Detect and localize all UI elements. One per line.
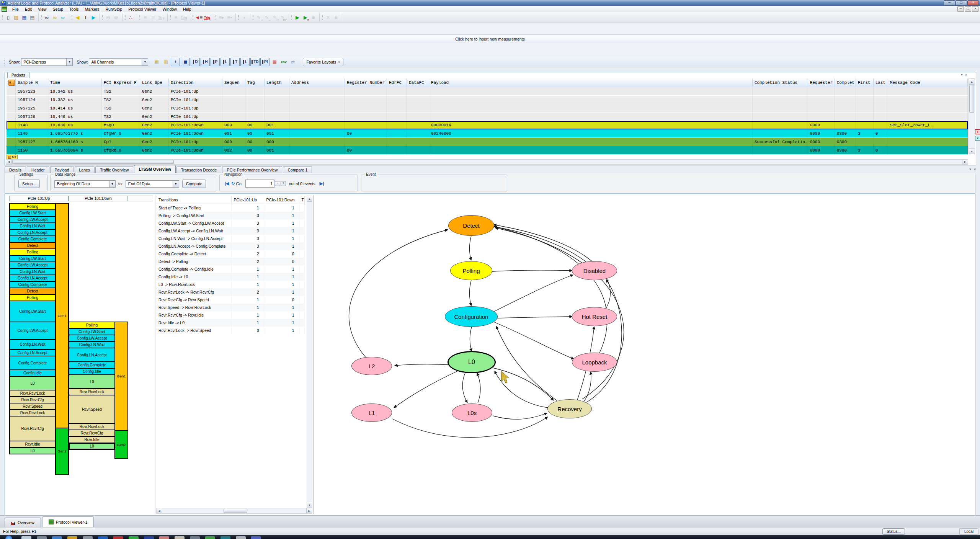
- column-header-time[interactable]: Time: [48, 78, 102, 87]
- taskbar-item[interactable]: [175, 536, 185, 539]
- scroll-thumb[interactable]: [224, 509, 247, 513]
- state-node-l2[interactable]: L2: [351, 357, 392, 375]
- event-number-input[interactable]: [245, 180, 274, 188]
- run-repetitive-icon[interactable]: ▶⟳: [302, 14, 309, 21]
- ltssm-state-cell[interactable]: Config.Complete: [9, 356, 56, 370]
- ltssm-state-cell[interactable]: Config.LW.Start: [9, 301, 56, 322]
- performance-view-icon[interactable]: Pf: [260, 58, 270, 66]
- column-header-pci-express-p[interactable]: PCI-Express P: [102, 78, 140, 87]
- menu-help[interactable]: Help: [180, 7, 194, 12]
- state-node-hotreset[interactable]: Hot Reset: [572, 307, 617, 326]
- tab-ltssm-overview[interactable]: LTSSM Overview: [134, 165, 175, 173]
- transition-row[interactable]: Rcvr.RcvrLock -> Rcvr.Speed01: [156, 327, 304, 334]
- state-node-l0s[interactable]: L0s: [452, 403, 492, 422]
- export-csv-icon[interactable]: csv: [279, 58, 288, 66]
- taskbar-item[interactable]: [52, 536, 62, 539]
- grouped-trigger-icon[interactable]: ≡: [172, 14, 180, 21]
- stop-icon[interactable]: ■: [310, 14, 317, 21]
- state-node-detect[interactable]: Detect: [448, 215, 494, 236]
- recall-trigger-icon[interactable]: ◄≡: [195, 14, 203, 21]
- transitions-col-t[interactable]: T: [299, 196, 304, 204]
- channels-select[interactable]: All Channels ▼: [89, 58, 148, 66]
- document-icon[interactable]: [2, 7, 7, 12]
- ladder-header-up[interactable]: PCIe-101:Up: [9, 196, 69, 201]
- packets-tab[interactable]: Packets: [7, 72, 29, 78]
- scroll-thumb[interactable]: [12, 160, 174, 164]
- compute-button[interactable]: Compute: [182, 180, 206, 188]
- transitions-col-pcie-101-down[interactable]: PCIe-101:Down: [264, 196, 299, 204]
- pane-dropdown-icon[interactable]: ▼: [960, 73, 963, 77]
- increment-button[interactable]: +: [281, 181, 286, 186]
- ltssm-state-cell[interactable]: Config.LW.Accept: [9, 322, 56, 340]
- header-view-icon[interactable]: H: [201, 58, 210, 66]
- taskbar-item[interactable]: [129, 536, 139, 539]
- column-header-datafc[interactable]: DataFC: [407, 78, 429, 87]
- go-first-icon[interactable]: |◀: [225, 181, 229, 186]
- status-button[interactable]: Status...: [882, 528, 905, 535]
- insert-measurement-bar[interactable]: Click here to insert new measurements: [0, 34, 980, 44]
- stop-properties-icon[interactable]: ≡▪: [226, 14, 233, 21]
- tab-compare-1[interactable]: Compare 1: [283, 166, 312, 173]
- taskbar-item[interactable]: [236, 536, 246, 539]
- mdi-close-button[interactable]: ✕: [972, 6, 978, 12]
- menu-file[interactable]: File: [9, 7, 22, 12]
- state-node-loopback[interactable]: Loopback: [572, 353, 617, 372]
- payload-view-icon[interactable]: P: [211, 58, 220, 66]
- range-from-select[interactable]: Beginning Of Data ▼: [54, 180, 116, 188]
- protocol-select[interactable]: PCI-Express ▼: [21, 58, 73, 66]
- menu-markers[interactable]: Markers: [82, 7, 103, 12]
- start-button[interactable]: [5, 536, 12, 539]
- chevron-down-icon[interactable]: ▼: [142, 59, 148, 65]
- go-last-icon[interactable]: ▶|: [320, 181, 324, 186]
- packet-row-1148[interactable]: 114810.830 usMsgDGen2PCIe-101:Down000000…: [7, 121, 968, 129]
- packet-row-1957125[interactable]: 195712510.414 usTS2Gen2PCIe-101:Up: [7, 104, 968, 113]
- trigger-red-icon[interactable]: Trig: [203, 14, 211, 21]
- transitions-col-transitions[interactable]: Transitions: [156, 196, 231, 204]
- menu-window[interactable]: Window: [160, 7, 180, 12]
- transitions-vertical-scrollbar[interactable]: ▲ ▼: [307, 196, 312, 508]
- packet-row-1150[interactable]: 11501.665765084 sCfgRd_0Gen2PCIe-101:Dow…: [7, 146, 968, 155]
- taskbar-item[interactable]: [251, 536, 261, 539]
- scroll-up-icon[interactable]: ▲: [307, 196, 312, 202]
- bus-decode-icon[interactable]: ▦: [181, 58, 190, 66]
- packet-row-1957126[interactable]: 195712610.446 usTS2Gen2PCIe-101:Up: [7, 113, 968, 121]
- transitions-table[interactable]: TransitionsPCIe-101:UpPCIe-101:DownTStar…: [156, 196, 305, 334]
- packet-row-1957127[interactable]: 19571271.665764169 sCplGen2PCIe-101:Up00…: [7, 138, 968, 146]
- taskbar-item[interactable]: [144, 536, 154, 539]
- print-icon[interactable]: ▤: [29, 14, 36, 21]
- trigger-marker-icon[interactable]: T: [975, 129, 980, 134]
- insert-column-icon[interactable]: +: [171, 58, 180, 66]
- column-header-tag[interactable]: Tag: [245, 78, 265, 87]
- sound-icon[interactable]: ◖: [240, 14, 248, 21]
- format-icon[interactable]: ≣: [150, 14, 157, 21]
- goto-begin-marker-icon[interactable]: ◀: [74, 14, 81, 21]
- end-marker-icon[interactable]: ▼: [975, 136, 980, 141]
- goto-trigger-icon[interactable]: T: [82, 14, 89, 21]
- column-header-first[interactable]: First: [856, 78, 874, 87]
- traffic-view-icon[interactable]: T: [230, 58, 240, 66]
- transition-row[interactable]: Rcvr.RcvrLock -> Rcvr.RcvrCfg21: [156, 288, 304, 296]
- zoom-out-icon[interactable]: ⊖: [105, 14, 112, 21]
- tab-transaction-decode[interactable]: Transaction Decode: [176, 166, 222, 173]
- ladder-header-stub[interactable]: [128, 196, 153, 201]
- column-header-complet[interactable]: Complet: [835, 78, 856, 87]
- scroll-right-icon[interactable]: ▶: [306, 508, 312, 513]
- scroll-down-icon[interactable]: ▼: [969, 148, 975, 154]
- menu-tools[interactable]: Tools: [66, 7, 82, 12]
- go-refresh-icon[interactable]: ↻: [232, 181, 235, 186]
- sync-views-icon[interactable]: ⇄: [289, 58, 297, 66]
- packet-row-1957123[interactable]: 195712310.342 usTS2Gen2PCIe-101:Up: [7, 87, 968, 96]
- packets-horizontal-scrollbar[interactable]: ◀ ▶: [6, 159, 968, 165]
- chevron-down-icon[interactable]: ▼: [109, 181, 115, 187]
- doc-tab-overview[interactable]: Overview: [5, 518, 41, 527]
- new-file-icon[interactable]: ▯: [5, 14, 12, 21]
- marker-of-icon[interactable]: ✎OF: [279, 14, 286, 21]
- toolbar-grip[interactable]: [4, 59, 6, 65]
- column-header-length[interactable]: Length: [265, 78, 289, 87]
- transition-row[interactable]: Config.LW.Accept -> Config.LN.Wait31: [156, 227, 304, 235]
- begin-marker-icon[interactable]: B..: [8, 80, 15, 86]
- taskbar-item[interactable]: [98, 536, 108, 539]
- transition-row[interactable]: Start of Trace -> Polling11: [156, 204, 304, 212]
- taskbar-item[interactable]: [113, 536, 123, 539]
- column-header-hdrfc[interactable]: HdrFC: [387, 78, 407, 87]
